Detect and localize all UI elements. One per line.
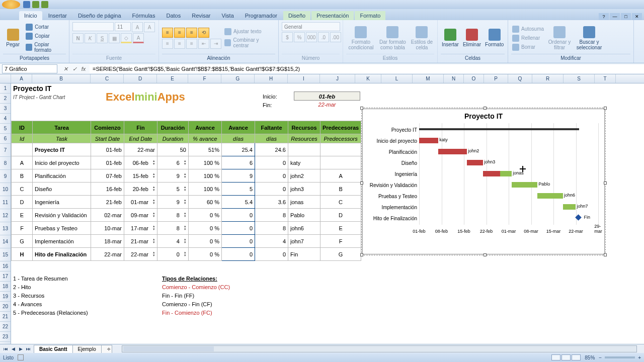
table-row[interactable]: DIngeniería 21-feb01-mar 9 60 % 5.43.6 j…	[12, 196, 361, 209]
spinner-icon[interactable]	[181, 199, 186, 205]
row-header[interactable]: 3	[0, 104, 11, 114]
align-right-icon[interactable]: ≡	[186, 39, 197, 49]
spinner-icon[interactable]	[150, 225, 155, 231]
align-top-icon[interactable]: ≡	[162, 28, 173, 38]
view-layout-icon[interactable]	[561, 354, 571, 360]
spinner-icon[interactable]	[181, 186, 186, 192]
font-color-button[interactable]: A	[133, 33, 144, 43]
align-middle-icon[interactable]: ≡	[174, 28, 185, 38]
row-header[interactable]: 12	[0, 209, 11, 222]
cell-styles-button[interactable]: Estilos de celda	[410, 24, 434, 52]
col-header-T[interactable]: T	[595, 74, 616, 83]
undo-icon[interactable]	[32, 1, 39, 8]
spinner-icon[interactable]	[150, 238, 155, 244]
tab-inicio[interactable]: Inicio	[19, 11, 42, 20]
col-header-M[interactable]: M	[413, 74, 444, 83]
col-header-J[interactable]: J	[320, 74, 355, 83]
spinner-icon[interactable]	[181, 238, 186, 244]
tab-formulas[interactable]: Fórmulas	[127, 11, 160, 20]
row-header[interactable]: 19	[0, 292, 11, 302]
table-row[interactable]: GImplementación 18-mar21-mar 4 0 % 04 jo…	[12, 235, 361, 248]
percent-icon[interactable]: %	[294, 32, 305, 42]
align-bottom-icon[interactable]: ≡	[186, 28, 197, 38]
underline-button[interactable]: S	[97, 33, 108, 43]
gantt-chart[interactable]: Proyecto IT 01-feb08-feb15-feb22-feb01-m…	[362, 109, 605, 254]
copy-button[interactable]: Copiar	[25, 32, 66, 40]
gantt-plot-area[interactable]: 01-feb08-feb15-feb22-feb01-mar08-mar15-m…	[419, 123, 599, 234]
row-header[interactable]: 16	[0, 261, 11, 272]
fx-icon[interactable]: fx	[79, 65, 88, 73]
tab-formato[interactable]: Formato	[355, 11, 385, 20]
row-header[interactable]: 18	[0, 282, 11, 292]
save-icon[interactable]	[23, 1, 30, 8]
tab-vista[interactable]: Vista	[217, 11, 239, 20]
format-painter-button[interactable]: Copiar formato	[25, 41, 66, 53]
table-row[interactable]: FPruebas y Testeo 10-mar17-mar 8 0 % 08 …	[12, 222, 361, 235]
font-size-select[interactable]	[115, 22, 131, 31]
row-header[interactable]: 17	[0, 272, 11, 282]
col-header-R[interactable]: R	[532, 74, 564, 83]
gantt-table[interactable]: IDTareaComienzoFinDuraciónAvanceAvanceFa…	[11, 121, 361, 261]
cut-button[interactable]: Cortar	[25, 23, 66, 31]
view-break-icon[interactable]	[572, 354, 581, 360]
tab-revisar[interactable]: Revisar	[187, 11, 215, 20]
sheet-nav-next-icon[interactable]: ▶	[17, 346, 24, 351]
tab-diseno-pagina[interactable]: Diseño de página	[73, 11, 126, 20]
table-row[interactable]: BPlanificación 07-feb15-feb 9 100 % 90 j…	[12, 169, 361, 183]
row-header[interactable]: 4	[0, 114, 11, 124]
grow-font-icon[interactable]: A	[132, 22, 143, 32]
indent-inc-icon[interactable]: ⇥	[210, 39, 221, 49]
tab-datos[interactable]: Datos	[161, 11, 186, 20]
border-button[interactable]: ▦	[109, 33, 120, 43]
close-icon[interactable]: ✕	[632, 13, 642, 20]
tab-presentacion[interactable]: Presentación	[311, 11, 354, 20]
spinner-icon[interactable]	[181, 225, 186, 231]
sheet-tab-ejemplo[interactable]: Ejemplo	[72, 345, 102, 353]
row-header[interactable]: 8	[0, 157, 11, 170]
inc-decimal-icon[interactable]: .0	[318, 32, 329, 42]
start-date-value[interactable]: 01-feb	[294, 92, 360, 101]
col-header-H[interactable]: H	[255, 74, 288, 83]
row-header[interactable]: 2	[0, 94, 11, 104]
table-row[interactable]: ERevisión y Validación 02-mar09-mar 8 0 …	[12, 209, 361, 222]
spinner-icon[interactable]	[150, 199, 155, 205]
col-header-K[interactable]: K	[355, 74, 381, 83]
currency-icon[interactable]: $	[282, 32, 293, 42]
row-header[interactable]: 23	[0, 332, 11, 342]
maximize-icon[interactable]: □	[621, 13, 631, 20]
orientation-icon[interactable]: ⟲	[198, 28, 209, 38]
table-row[interactable]: HHito de Finalización 22-mar22-mar 0 0 %…	[12, 248, 361, 261]
table-row[interactable]: AInicio del proyecto 01-feb06-feb 6 100 …	[12, 156, 361, 169]
row-header[interactable]: 22	[0, 322, 11, 332]
col-header-E[interactable]: E	[157, 74, 188, 83]
spinner-icon[interactable]	[150, 186, 155, 192]
row-header[interactable]: 15	[0, 248, 11, 261]
col-header-O[interactable]: O	[464, 74, 484, 83]
row-header[interactable]: 13	[0, 222, 11, 235]
col-header-F[interactable]: F	[188, 74, 221, 83]
spinner-icon[interactable]	[181, 251, 186, 257]
enter-icon[interactable]: ✓	[70, 65, 78, 73]
cancel-icon[interactable]: ✕	[61, 65, 69, 73]
font-select[interactable]	[72, 22, 114, 31]
sheet-nav-first-icon[interactable]: ⏮	[2, 346, 9, 351]
fill-button[interactable]: Rellenar	[511, 34, 545, 42]
help-icon[interactable]: ?	[599, 13, 609, 20]
macro-rec-icon[interactable]	[18, 354, 24, 360]
spinner-icon[interactable]	[150, 172, 155, 178]
col-header-D[interactable]: D	[124, 74, 157, 83]
row-header[interactable]: 11	[0, 196, 11, 209]
spinner-icon[interactable]	[181, 172, 186, 178]
dec-decimal-icon[interactable]: .00	[330, 32, 341, 42]
sort-button[interactable]: Ordenar y filtrar	[547, 24, 572, 52]
col-header-C[interactable]: C	[91, 74, 124, 83]
merge-button[interactable]: Combinar y centrar	[223, 37, 275, 49]
sheet-tab-basic-gantt[interactable]: Basic Gantt	[34, 345, 73, 353]
wrap-text-button[interactable]: Ajustar texto	[223, 28, 275, 36]
col-header-L[interactable]: L	[381, 74, 413, 83]
spinner-icon[interactable]	[150, 251, 155, 257]
row-header[interactable]: 6	[0, 134, 11, 144]
tab-insertar[interactable]: Insertar	[43, 11, 72, 20]
col-header-B[interactable]: B	[32, 74, 91, 83]
col-header-A[interactable]: A	[11, 74, 32, 83]
